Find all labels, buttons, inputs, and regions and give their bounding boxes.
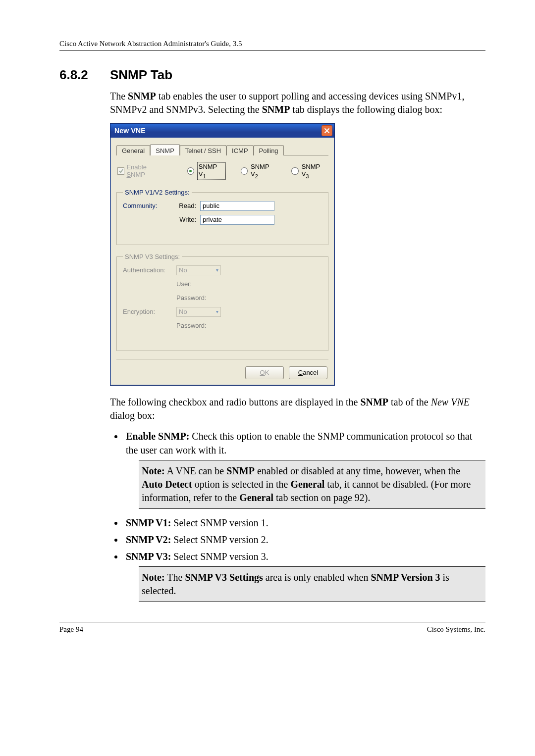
password-label: Password: bbox=[176, 322, 220, 329]
cancel-button[interactable]: Cancel bbox=[289, 366, 327, 379]
close-button[interactable] bbox=[321, 125, 332, 136]
write-label: Write: bbox=[169, 216, 196, 223]
new-vne-dialog: New VNE General SNMP Telnet / SSH ICMP P… bbox=[110, 123, 335, 386]
list-item: SNMP V2: Select SNMP version 2. bbox=[124, 533, 485, 547]
note-box: Note: A VNE can be SNMP enabled or disab… bbox=[139, 460, 485, 509]
running-header: Cisco Active Network Abstraction Adminis… bbox=[59, 40, 485, 50]
user-label: User: bbox=[176, 280, 220, 288]
password-label: Password: bbox=[176, 294, 220, 302]
text: The bbox=[110, 91, 128, 101]
text: tab section on page 92). bbox=[273, 492, 371, 503]
community-read-input[interactable] bbox=[200, 201, 274, 211]
text-bold: SNMP V3: bbox=[126, 551, 171, 562]
read-label: Read: bbox=[169, 202, 196, 209]
section-title: SNMP Tab bbox=[110, 67, 172, 83]
authentication-select[interactable]: No ▾ bbox=[176, 265, 221, 275]
note-box: Note: The SNMP V3 Settings area is only … bbox=[139, 566, 485, 602]
note-label: Note: bbox=[142, 572, 165, 583]
paragraph: The following checkbox and radio buttons… bbox=[110, 396, 485, 422]
enable-snmp-label: Enable SNMP bbox=[126, 163, 165, 178]
text: A VNE can be bbox=[165, 465, 227, 476]
radio-label: SNMP V bbox=[199, 163, 217, 178]
text-bold: General bbox=[239, 492, 273, 503]
text: enabled or disabled at any time, however… bbox=[255, 465, 460, 476]
text-bold: Enable SNMP: bbox=[126, 431, 189, 442]
footer-company: Cisco Systems, Inc. bbox=[427, 625, 485, 634]
ok-button[interactable]: OK bbox=[245, 366, 284, 379]
community-label: Community: bbox=[123, 202, 169, 209]
snmp-v3-radio[interactable]: SNMP V3 bbox=[291, 162, 327, 180]
snmp-v2-radio[interactable]: SNMP V2 bbox=[241, 162, 277, 180]
group-legend: SNMP V1/V2 Settings: bbox=[123, 189, 192, 196]
note-label: Note: bbox=[142, 465, 165, 476]
text-bold: SNMP V2: bbox=[126, 534, 171, 545]
radio-label: SNMP V bbox=[251, 163, 269, 178]
text: Select SNMP version 2. bbox=[171, 534, 268, 545]
intro-paragraph: The SNMP tab enables the user to support… bbox=[110, 90, 485, 116]
radio-sub: 1 bbox=[203, 173, 206, 179]
dialog-title: New VNE bbox=[114, 127, 321, 135]
snmp-v3-settings-group: SNMP V3 Settings: Authentication: No ▾ U… bbox=[116, 253, 328, 351]
text: Select SNMP version 3. bbox=[171, 551, 268, 562]
snmp-v1v2-settings-group: SNMP V1/V2 Settings: Community: Read: Wr… bbox=[116, 189, 328, 245]
text-bold: SNMP Version 3 bbox=[371, 572, 440, 583]
text-bold: SNMP bbox=[128, 91, 156, 101]
text-bold: SNMP V1: bbox=[126, 517, 171, 528]
list-item: SNMP V1: Select SNMP version 1. bbox=[124, 516, 485, 530]
auth-password-input[interactable] bbox=[220, 293, 299, 303]
text: The following checkbox and radio buttons… bbox=[110, 397, 360, 407]
authentication-label: Authentication: bbox=[123, 266, 176, 274]
text: The bbox=[165, 572, 185, 583]
section-number: 6.8.2 bbox=[59, 67, 97, 83]
tab-general[interactable]: General bbox=[116, 145, 150, 155]
close-icon bbox=[324, 128, 330, 134]
text: tab of the bbox=[388, 397, 431, 407]
text: Select SNMP version 1. bbox=[171, 517, 268, 528]
text-bold: SNMP bbox=[360, 397, 388, 407]
footer-page: Page 94 bbox=[59, 625, 83, 634]
snmp-v1-radio[interactable]: SNMP V1 bbox=[187, 162, 226, 180]
tab-telnet-ssh[interactable]: Telnet / SSH bbox=[180, 145, 226, 155]
radio-sub: 3 bbox=[306, 173, 309, 179]
encryption-select[interactable]: No ▾ bbox=[176, 307, 221, 317]
chevron-down-icon: ▾ bbox=[216, 309, 218, 314]
radio-sub: 2 bbox=[255, 173, 258, 179]
text: dialog box: bbox=[110, 410, 155, 421]
tab-strip: General SNMP Telnet / SSH ICMP Polling bbox=[116, 144, 328, 155]
list-item: Enable SNMP: Check this option to enable… bbox=[124, 429, 485, 509]
community-write-input[interactable] bbox=[200, 215, 274, 225]
text-bold: SNMP bbox=[226, 465, 255, 476]
tab-icmp[interactable]: ICMP bbox=[226, 145, 254, 155]
text: tab displays the following dialog box: bbox=[290, 104, 442, 115]
list-item: SNMP V3: Select SNMP version 3. Note: Th… bbox=[124, 550, 485, 602]
dialog-titlebar[interactable]: New VNE bbox=[110, 124, 334, 138]
text: area is only enabled when bbox=[263, 572, 371, 583]
user-input[interactable] bbox=[220, 279, 299, 289]
enable-snmp-checkbox[interactable] bbox=[117, 167, 124, 175]
group-legend: SNMP V3 Settings: bbox=[123, 253, 182, 260]
text-bold: SNMP V3 Settings bbox=[185, 572, 263, 583]
chevron-down-icon: ▾ bbox=[216, 267, 218, 273]
text: option is selected in the bbox=[192, 479, 291, 490]
select-value: No bbox=[179, 266, 187, 274]
tab-polling[interactable]: Polling bbox=[254, 145, 284, 155]
text-bold: General bbox=[290, 479, 324, 490]
text-bold: SNMP bbox=[262, 104, 290, 115]
select-value: No bbox=[179, 308, 187, 315]
text-italic: New VNE bbox=[431, 397, 470, 407]
tab-snmp[interactable]: SNMP bbox=[150, 144, 180, 155]
check-icon bbox=[119, 169, 123, 173]
encryption-label: Encryption: bbox=[123, 308, 176, 315]
radio-label: SNMP V bbox=[302, 163, 320, 178]
text-bold: Auto Detect bbox=[142, 479, 192, 490]
encryption-password-input[interactable] bbox=[220, 321, 299, 331]
